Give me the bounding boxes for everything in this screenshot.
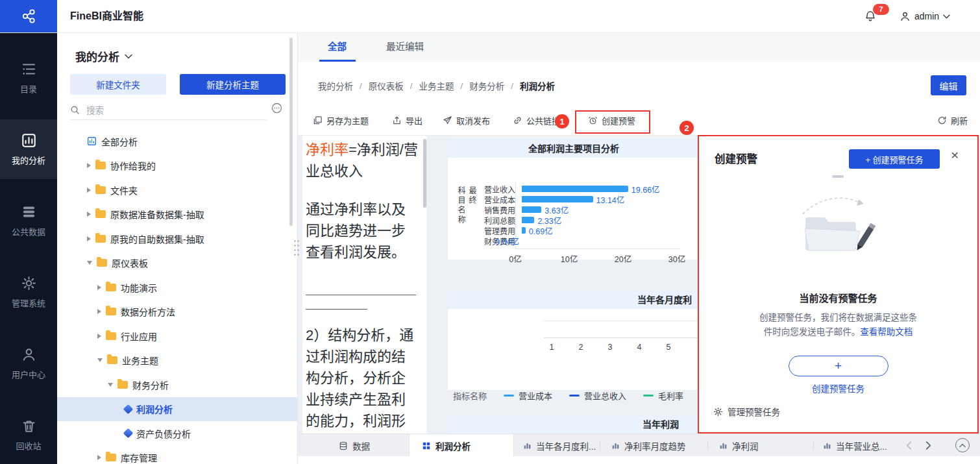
breadcrumb-item[interactable]: 原仪表板 bbox=[369, 79, 404, 92]
save-as-icon bbox=[313, 116, 323, 125]
breadcrumb-current: 利润分析 bbox=[520, 79, 555, 92]
tree-item-raw-dashboard[interactable]: 原仪表板 bbox=[57, 251, 297, 276]
bar-category-label: 销售费用 bbox=[448, 204, 522, 215]
legend-item[interactable]: 毛利率 bbox=[643, 389, 683, 402]
breadcrumb-item[interactable]: 业务主题 bbox=[419, 79, 454, 92]
folder-icon bbox=[107, 356, 117, 364]
tree-item-business-topics[interactable]: 业务主题 bbox=[57, 348, 297, 373]
export-button[interactable]: 导出 bbox=[392, 105, 423, 135]
collapse-arrow-icon[interactable] bbox=[97, 358, 103, 362]
sidebar-item-label: 公共数据 bbox=[12, 225, 45, 238]
bottom-tab-data[interactable]: 数据 bbox=[339, 434, 370, 457]
legend-item[interactable]: 营业总收入 bbox=[569, 389, 626, 402]
more-options-icon[interactable] bbox=[271, 103, 282, 114]
tree-scrollbar-thumb[interactable] bbox=[289, 38, 293, 226]
search-input[interactable]: 搜索 bbox=[70, 100, 266, 120]
bar[interactable] bbox=[522, 206, 541, 213]
tree-item-raw-dataset-extract[interactable]: 原数据准备数据集-抽取 bbox=[57, 202, 297, 227]
person-icon bbox=[21, 347, 36, 362]
tab-scroll-right-icon[interactable] bbox=[925, 434, 931, 457]
create-alert-task-link[interactable]: 创建预警任务 bbox=[699, 382, 977, 395]
collapse-arrow-icon[interactable] bbox=[108, 383, 113, 387]
bottom-tab-monthly-profit[interactable]: 当年各月度利... bbox=[523, 434, 596, 457]
tab-scroll-left-icon[interactable] bbox=[906, 434, 912, 457]
new-folder-button[interactable]: 新建文件夹 bbox=[70, 74, 166, 95]
bar[interactable] bbox=[522, 227, 526, 234]
sidebar-item-my-analysis[interactable]: 我的分析 bbox=[0, 119, 57, 179]
close-icon[interactable]: × bbox=[951, 148, 959, 162]
tree-item-all-analysis[interactable]: 全部分析 bbox=[57, 129, 297, 154]
tree-item-profit-analysis[interactable]: 利润分析 bbox=[57, 397, 297, 422]
finebi-logo[interactable] bbox=[0, 0, 57, 32]
tree-item-feature-demo[interactable]: 功能演示 bbox=[57, 275, 297, 300]
collapse-panel-chevron-up-icon[interactable] bbox=[955, 438, 970, 452]
folder-icon bbox=[106, 332, 116, 340]
breadcrumb-item[interactable]: 财务分析 bbox=[469, 79, 504, 92]
analysis-tree: 全部分析 协作给我的 文件夹 原数据准备数据集-抽取 原我的自助数据集-抽取 原… bbox=[57, 129, 297, 464]
x-axis-tick: 2 bbox=[579, 343, 583, 352]
panel-resize-handle[interactable] bbox=[293, 239, 300, 257]
create-alert-task-button[interactable]: + 创建预警任务 bbox=[849, 149, 940, 169]
breadcrumb-separator: / bbox=[461, 81, 463, 91]
bottom-tab-annual-revenue[interactable]: 当年营业总... bbox=[823, 434, 887, 457]
edit-button[interactable]: 编辑 bbox=[931, 75, 966, 95]
expand-arrow-icon[interactable] bbox=[97, 334, 101, 339]
expand-arrow-icon[interactable] bbox=[87, 236, 91, 241]
sidebar-item-recycle-bin[interactable]: 回收站 bbox=[0, 405, 57, 464]
sidebar-item-admin-system[interactable]: 管理系统 bbox=[0, 262, 57, 322]
expand-arrow-icon[interactable] bbox=[97, 285, 101, 290]
finebi-logo-icon bbox=[20, 8, 37, 25]
help-doc-link[interactable]: 查看帮助文档 bbox=[860, 327, 913, 337]
expand-arrow-icon[interactable] bbox=[87, 212, 91, 217]
legend-item[interactable]: 营业成本 bbox=[504, 389, 552, 402]
my-analysis-icon bbox=[21, 133, 36, 148]
bottom-tab-label: 利润分析 bbox=[435, 439, 471, 452]
note-scrollbar-thumb[interactable] bbox=[423, 139, 426, 208]
sidebar-item-catalog[interactable]: 目录 bbox=[0, 48, 57, 108]
bar[interactable] bbox=[522, 217, 534, 223]
tree-item-analysis-methods[interactable]: 数据分析方法 bbox=[57, 300, 297, 324]
tree-item-self-dataset-extract[interactable]: 原我的自助数据集-抽取 bbox=[57, 226, 297, 251]
expand-arrow-icon[interactable] bbox=[87, 163, 91, 168]
bottom-tab-profit-analysis[interactable]: 利润分析 bbox=[422, 434, 471, 457]
expand-arrow-icon[interactable] bbox=[97, 455, 101, 460]
x-axis-tick: 20亿 bbox=[615, 252, 631, 265]
user-name: admin bbox=[914, 11, 939, 21]
tree-item-inventory-management[interactable]: 库存管理 bbox=[57, 446, 297, 464]
breadcrumb-separator: / bbox=[410, 81, 413, 91]
refresh-button[interactable]: 刷新 bbox=[937, 105, 968, 135]
public-link-button[interactable]: 公共链接 bbox=[513, 105, 560, 135]
tree-item-folder[interactable]: 文件夹 bbox=[57, 178, 297, 202]
bottom-tab-net-margin-trend[interactable]: 净利率月度趋势 bbox=[611, 434, 686, 457]
new-analysis-subject-button[interactable]: 新建分析主题 bbox=[180, 74, 286, 95]
bar[interactable] bbox=[522, 196, 593, 202]
tab-all[interactable]: 全部 bbox=[328, 32, 347, 62]
chart-profit-items-card[interactable]: 全部利润主要项目分析 科目名称最终 营业收入19.66亿营业成本13.14亿销售… bbox=[448, 140, 700, 260]
sidebar-item-label: 用户中心 bbox=[12, 368, 45, 380]
tree-item-finance-analysis[interactable]: 财务分析 bbox=[57, 372, 297, 397]
expand-arrow-icon[interactable] bbox=[97, 309, 101, 314]
sidebar-item-user-center[interactable]: 用户中心 bbox=[0, 334, 57, 393]
panel-scrollbar-nub[interactable] bbox=[832, 175, 844, 178]
user-menu[interactable]: admin bbox=[900, 0, 950, 32]
tree-item-shared-to-me[interactable]: 协作给我的 bbox=[57, 154, 297, 178]
tree-item-industry-apps[interactable]: 行业应用 bbox=[57, 324, 297, 348]
bar[interactable] bbox=[522, 186, 628, 192]
expand-arrow-icon[interactable] bbox=[87, 188, 91, 193]
breadcrumb-item[interactable]: 我的分析 bbox=[318, 79, 353, 92]
bottom-tab-net-profit[interactable]: 净利润 bbox=[719, 434, 759, 457]
tab-recently-edited[interactable]: 最近编辑 bbox=[386, 32, 424, 62]
folder-icon bbox=[106, 454, 116, 461]
sidebar-item-public-data[interactable]: 公共数据 bbox=[0, 191, 57, 250]
manage-alert-tasks-button[interactable]: 管理预警任务 bbox=[713, 405, 780, 418]
dashboard-toolbar: 另存为主题 导出 取消发布 公共链接 创建预警 刷新 bbox=[297, 105, 980, 136]
bottom-tab-divider bbox=[707, 441, 708, 450]
add-alert-task-pill-button[interactable]: + bbox=[789, 356, 888, 376]
save-as-subject-button[interactable]: 另存为主题 bbox=[313, 105, 369, 135]
unpublish-button[interactable]: 取消发布 bbox=[443, 105, 490, 135]
create-alert-panel: 创建预警 + 创建预警任务 × 当前没有预警任务 创建预警任务，我们将在数据满足… bbox=[698, 135, 979, 433]
explorer-title[interactable]: 我的分析 bbox=[75, 48, 132, 64]
tree-item-label: 资产负债分析 bbox=[136, 427, 191, 440]
collapse-arrow-icon[interactable] bbox=[87, 261, 92, 265]
tree-item-balance-sheet-analysis[interactable]: 资产负债分析 bbox=[57, 421, 297, 446]
